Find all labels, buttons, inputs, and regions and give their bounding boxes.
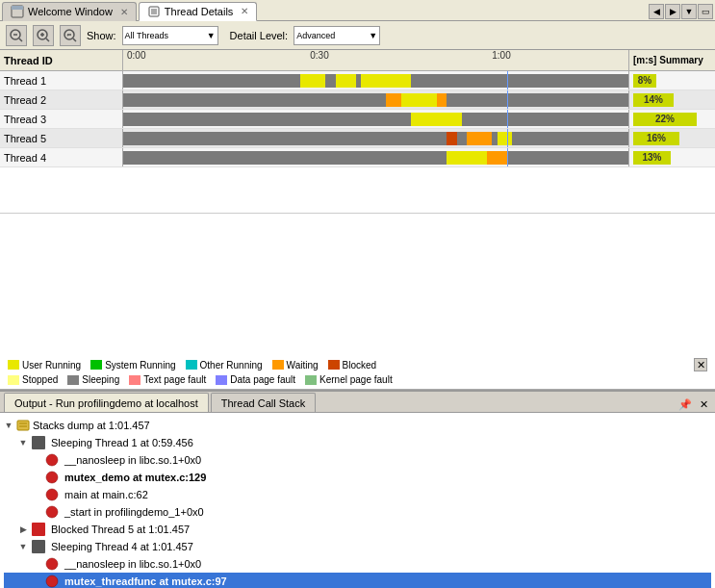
summary-header: [m:s] Summary <box>628 50 715 70</box>
tree-item[interactable]: _start in profilingdemo_1+0x0 <box>4 503 711 521</box>
waiting-icon <box>272 360 284 370</box>
legend-system-running: System Running <box>90 360 175 371</box>
show-dropdown-icon[interactable]: ▼ <box>207 31 216 40</box>
data-fault-icon <box>216 375 227 385</box>
thread-row: Thread 413% <box>0 148 715 167</box>
tab-thread-details-close[interactable]: ✕ <box>241 6 248 16</box>
summary-cell-3: 16% <box>628 129 715 147</box>
legend-user-label: User Running <box>22 360 81 371</box>
kernel-fault-icon <box>305 375 317 385</box>
tree-item[interactable]: __nanosleep in libc.so.1+0x0 <box>4 555 711 573</box>
legend-system-label: System Running <box>105 360 175 371</box>
legend-close-button[interactable]: ✕ <box>694 358 707 371</box>
toolbar: + Show: All Threads ▼ Detail Level: Adva… <box>0 21 715 50</box>
detail-select[interactable]: Advanced ▼ <box>294 26 380 45</box>
thread-rows: Thread 18%Thread 214%Thread 322%Thread 5… <box>0 71 715 213</box>
timeline-block <box>123 151 628 165</box>
timeline-cell-2[interactable] <box>123 110 628 128</box>
tree-item-label-8: mutex_threadfunc at mutex.c:97 <box>64 575 227 587</box>
func-circle-icon-7 <box>45 557 59 571</box>
svg-rect-20 <box>32 436 45 449</box>
tree-item[interactable]: main at main.c:62 <box>4 486 711 503</box>
show-label: Show: <box>87 30 116 41</box>
text-fault-icon <box>129 375 140 385</box>
tree-item[interactable]: __nanosleep in libc.so.1+0x0 <box>4 451 711 469</box>
thread-row: Thread 214% <box>0 90 715 110</box>
tab-nav-right[interactable]: ▶ <box>665 4 680 19</box>
timeline-block <box>123 93 628 107</box>
legend-user-running: User Running <box>8 360 81 371</box>
tree-item-label-4: _start in profilingdemo_1+0x0 <box>64 506 204 518</box>
zoom-in-button[interactable] <box>33 25 54 46</box>
legend-stopped: Stopped <box>8 374 58 385</box>
bottom-tab-output[interactable]: Output - Run profilingdemo at localhost <box>4 393 209 412</box>
timeline-block <box>467 132 492 145</box>
timeline-block <box>336 74 356 88</box>
tab-thread-details-label: Thread Details <box>165 6 234 17</box>
svg-point-28 <box>46 575 58 587</box>
legend-kernel-fault-label: Kernel page fault <box>319 374 393 385</box>
legend-text-fault-label: Text page fault <box>143 374 206 385</box>
legend-kernel-fault: Kernel page fault <box>305 374 393 385</box>
svg-point-24 <box>46 506 58 518</box>
timeline-cell-1[interactable] <box>123 90 628 109</box>
summary-bar-3: 16% <box>633 132 679 145</box>
bottom-close-button[interactable]: ✕ <box>697 397 711 412</box>
legend-waiting: Waiting <box>272 360 319 371</box>
func-circle-icon-3 <box>45 488 59 501</box>
tab-nav-restore[interactable]: ▭ <box>698 4 713 19</box>
thread-type-icon-6 <box>32 540 45 553</box>
tree-toggle-5: ▶ <box>17 524 29 534</box>
bottom-tab-callstack[interactable]: Thread Call Stack <box>211 393 316 412</box>
tree-item-label-1: __nanosleep in libc.so.1+0x0 <box>64 454 201 466</box>
summary-bar-4: 13% <box>633 151 671 165</box>
thread-name-0: Thread 1 <box>0 71 123 89</box>
tree-toggle-6: ▼ <box>17 542 29 551</box>
system-running-icon <box>90 360 102 370</box>
legend-stopped-label: Stopped <box>22 374 58 385</box>
zoom-fit-button[interactable]: + <box>60 25 81 46</box>
tree-item[interactable]: mutex_demo at mutex.c:129 <box>4 469 711 486</box>
timeline-block <box>498 132 513 145</box>
legend-sleeping: Sleeping <box>67 374 119 385</box>
tab-nav-down[interactable]: ▼ <box>681 4 697 19</box>
zoom-out-button[interactable] <box>6 25 27 46</box>
func-circle-icon-8 <box>45 575 59 588</box>
timeline-cell-0[interactable] <box>123 71 628 89</box>
tree-item[interactable]: mutex_threadfunc at mutex.c:97 <box>4 573 711 588</box>
legend-blocked: Blocked <box>328 360 377 371</box>
blocked-icon <box>328 360 340 370</box>
tree-item-label-6: Sleeping Thread 4 at 1:01.457 <box>51 541 193 552</box>
tab-thread-details[interactable]: Thread Details ✕ <box>139 2 258 21</box>
timeline-block <box>361 74 412 88</box>
thread-name-4: Thread 4 <box>0 148 123 166</box>
thread-type-icon-0 <box>32 436 45 449</box>
detail-dropdown-icon[interactable]: ▼ <box>369 31 377 40</box>
tab-welcome-close[interactable]: ✕ <box>120 7 128 17</box>
tree-toggle-0: ▼ <box>17 438 29 447</box>
tree-item[interactable]: ▼ Sleeping Thread 4 at 1:01.457 <box>4 538 711 555</box>
legend-text-fault: Text page fault <box>129 374 206 385</box>
svg-rect-1 <box>12 6 23 10</box>
show-select[interactable]: All Threads ▼ <box>122 26 218 45</box>
detail-label: Detail Level: <box>230 30 289 41</box>
timeline-cell-3[interactable] <box>123 129 628 147</box>
legend-area: User Running System Running Other Runnin… <box>0 354 715 390</box>
main-panel: Thread ID 0:00 0:30 1:00 [m:s] Summary T… <box>0 50 715 392</box>
tree-item[interactable]: ▼ Sleeping Thread 1 at 0:59.456 <box>4 434 711 451</box>
summary-bar-1: 14% <box>633 93 674 107</box>
timeline-block <box>487 151 507 165</box>
tab-nav-left[interactable]: ◀ <box>649 4 664 19</box>
svg-line-12 <box>46 38 49 41</box>
tree-item[interactable]: ▶ Blocked Thread 5 at 1:01.457 <box>4 521 711 538</box>
bottom-pin-button[interactable]: 📌 <box>676 397 695 412</box>
tab-welcome[interactable]: Welcome Window ✕ <box>2 2 137 21</box>
summary-cell-1: 14% <box>628 90 715 109</box>
bottom-content: ▼ Stacks dump at 1:01.457 ▼ Sleeping Thr… <box>0 413 715 588</box>
timeline-cell-4[interactable] <box>123 148 628 166</box>
tree-root[interactable]: ▼ Stacks dump at 1:01.457 <box>4 417 711 434</box>
root-label: Stacks dump at 1:01.457 <box>33 420 150 431</box>
thread-name-3: Thread 5 <box>0 129 123 147</box>
func-circle-icon-1 <box>45 453 59 467</box>
tree-item-label-2: mutex_demo at mutex.c:129 <box>64 472 206 483</box>
